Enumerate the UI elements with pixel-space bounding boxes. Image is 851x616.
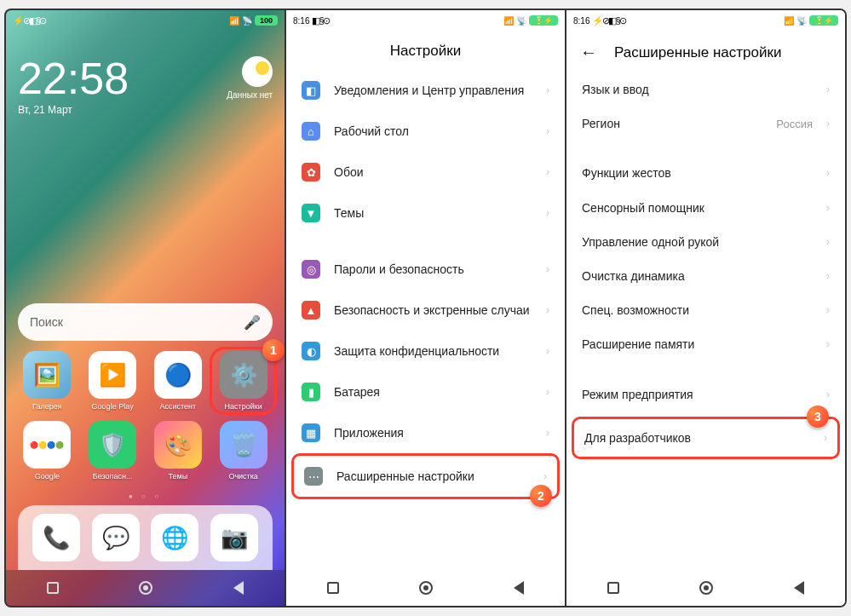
item-apps[interactable]: ▦ Приложения › bbox=[286, 412, 565, 453]
apps-icon: ▦ bbox=[302, 423, 320, 442]
app-assistant[interactable]: 🔵 Ассистент bbox=[149, 351, 208, 411]
security-icon: 🛡️ bbox=[89, 421, 136, 469]
item-gestures[interactable]: Функции жестов › bbox=[566, 156, 845, 190]
nav-home[interactable] bbox=[137, 579, 154, 596]
date[interactable]: Вт, 21 Март bbox=[18, 104, 129, 116]
nav-bar bbox=[286, 570, 565, 606]
dock-messages[interactable]: 💬 bbox=[92, 514, 140, 561]
app-google-play[interactable]: ▶️ Google Play bbox=[83, 351, 142, 411]
status-icons-left: ⚡⊘◧§⊙ bbox=[13, 15, 45, 26]
item-desktop[interactable]: ⌂ Рабочий стол › bbox=[286, 111, 565, 152]
chevron-icon: › bbox=[543, 470, 547, 482]
status-bar: ⚡⊘◧§⊙ 📶 📡 100 bbox=[6, 10, 285, 31]
item-passwords[interactable]: ◎ Пароли и безопасность › bbox=[286, 249, 565, 290]
dock-chrome[interactable]: 🌐 bbox=[151, 514, 198, 561]
item-region[interactable]: Регион Россия › bbox=[566, 107, 845, 141]
item-themes[interactable]: ▼ Темы › bbox=[286, 193, 565, 233]
settings-list[interactable]: Язык и ввод › Регион Россия › Функции же… bbox=[566, 72, 845, 570]
dock: 📞 💬 🌐 📷 bbox=[18, 505, 273, 570]
item-wallpaper[interactable]: ✿ Обои › bbox=[286, 152, 565, 193]
setting-label: Управление одной рукой bbox=[582, 234, 813, 250]
status-time: 8:16 bbox=[293, 16, 309, 26]
signal-icon: 📶 bbox=[229, 16, 239, 26]
emergency-icon: ▲ bbox=[302, 301, 320, 320]
item-speaker-clean[interactable]: Очистка динамика › bbox=[566, 259, 845, 293]
search-placeholder: Поиск bbox=[30, 315, 63, 329]
setting-label: Батарея bbox=[334, 384, 532, 400]
nav-bar bbox=[566, 570, 845, 606]
back-button[interactable]: ← bbox=[580, 43, 597, 62]
notifications-icon: ◧ bbox=[302, 81, 320, 100]
app-settings-highlighted[interactable]: 1 ⚙️ Настройки bbox=[210, 347, 277, 415]
item-accessibility[interactable]: Спец. возможности › bbox=[566, 293, 845, 327]
chevron-icon: › bbox=[826, 338, 830, 350]
setting-label: Защита конфиденциальности bbox=[334, 343, 532, 359]
nav-back[interactable] bbox=[791, 579, 808, 596]
wallpaper-icon: ✿ bbox=[302, 163, 320, 181]
setting-label: Темы bbox=[334, 205, 532, 221]
chevron-icon: › bbox=[826, 236, 830, 248]
dock-camera[interactable]: 📷 bbox=[210, 514, 258, 561]
setting-label: Рабочий стол bbox=[334, 124, 532, 139]
item-one-hand[interactable]: Управление одной рукой › bbox=[566, 225, 845, 259]
nav-back[interactable] bbox=[510, 579, 527, 596]
item-advanced-settings[interactable]: ⋯ Расширенные настройки › bbox=[294, 456, 557, 497]
status-bar: 8:16⚡⊘◧§⊙ 📶 📡 🔋⚡ bbox=[566, 10, 845, 31]
item-battery[interactable]: ▮ Батарея › bbox=[286, 371, 565, 412]
setting-label: Очистка динамика bbox=[582, 268, 813, 284]
nav-recents[interactable] bbox=[325, 579, 342, 596]
app-label: Ассистент bbox=[160, 402, 197, 411]
setting-label: Уведомления и Центр управления bbox=[334, 83, 532, 98]
app-google-folder[interactable]: 🔴🟡🔵🟢 Google bbox=[18, 421, 77, 481]
item-privacy[interactable]: ◐ Защита конфиденциальности › bbox=[286, 331, 565, 371]
chevron-icon: › bbox=[826, 304, 830, 316]
battery-indicator: 🔋⚡ bbox=[809, 15, 838, 26]
chevron-icon: › bbox=[546, 166, 549, 178]
home-screen: ⚡⊘◧§⊙ 📶 📡 100 22:58 Вт, 21 Март Данных н… bbox=[6, 10, 285, 606]
header: ← Расширенные настройки bbox=[566, 31, 845, 72]
item-touch-assistant[interactable]: Сенсорный помощник › bbox=[566, 191, 845, 225]
item-emergency[interactable]: ▲ Безопасность и экстренные случаи › bbox=[286, 290, 565, 331]
chevron-icon: › bbox=[824, 432, 827, 444]
mic-icon[interactable]: 🎤 bbox=[244, 314, 261, 331]
chevron-icon: › bbox=[826, 389, 830, 400]
status-icons: ◧§⊙ bbox=[312, 15, 328, 26]
clock[interactable]: 22:58 bbox=[18, 56, 129, 101]
item-enterprise[interactable]: Режим предприятия › bbox=[566, 377, 845, 412]
app-cleaner[interactable]: 🗑️ Очистка bbox=[214, 421, 273, 481]
item-memory-extension[interactable]: Расширение памяти › bbox=[566, 327, 845, 361]
nav-recents[interactable] bbox=[605, 579, 622, 596]
battery-icon: ▮ bbox=[302, 383, 320, 401]
cleaner-icon: 🗑️ bbox=[220, 421, 267, 469]
item-developer-options[interactable]: Для разработчиков › bbox=[574, 419, 837, 457]
page-title: Настройки bbox=[300, 43, 551, 60]
app-themes[interactable]: 🎨 Темы bbox=[149, 421, 208, 481]
chevron-icon: › bbox=[826, 270, 830, 282]
app-label: Очистка bbox=[228, 472, 257, 481]
setting-value: Россия bbox=[776, 118, 813, 130]
item-notifications[interactable]: ◧ Уведомления и Центр управления › bbox=[286, 70, 565, 111]
annotation-badge-3: 3 bbox=[807, 406, 829, 428]
highlight-developer: 3 Для разработчиков › bbox=[572, 417, 840, 459]
assistant-icon: 🔵 bbox=[154, 351, 202, 399]
item-language[interactable]: Язык и ввод › bbox=[566, 72, 845, 107]
status-icons: ⚡⊘◧§⊙ bbox=[592, 15, 624, 26]
weather-widget[interactable]: Данных нет bbox=[227, 56, 273, 100]
gallery-icon: 🖼️ bbox=[23, 351, 71, 399]
wifi-icon: 📡 bbox=[796, 16, 807, 26]
nav-recents[interactable] bbox=[44, 579, 61, 596]
setting-label: Расширенные настройки bbox=[336, 469, 530, 484]
dock-phone[interactable]: 📞 bbox=[32, 514, 80, 561]
app-gallery[interactable]: 🖼️ Галерея bbox=[18, 351, 77, 411]
app-security[interactable]: 🛡️ Безопасн... bbox=[83, 421, 142, 481]
nav-home[interactable] bbox=[698, 579, 715, 596]
setting-label: Безопасность и экстренные случаи bbox=[334, 302, 532, 318]
advanced-settings-screen: 8:16⚡⊘◧§⊙ 📶 📡 🔋⚡ ← Расширенные настройки… bbox=[566, 10, 845, 606]
chevron-icon: › bbox=[826, 83, 830, 95]
search-bar[interactable]: Поиск 🎤 bbox=[18, 303, 273, 341]
settings-list[interactable]: ◧ Уведомления и Центр управления › ⌂ Раб… bbox=[286, 70, 565, 570]
nav-back[interactable] bbox=[230, 579, 247, 596]
setting-label: Приложения bbox=[334, 425, 532, 440]
setting-label: Пароли и безопасность bbox=[334, 262, 532, 277]
nav-home[interactable] bbox=[417, 579, 434, 596]
